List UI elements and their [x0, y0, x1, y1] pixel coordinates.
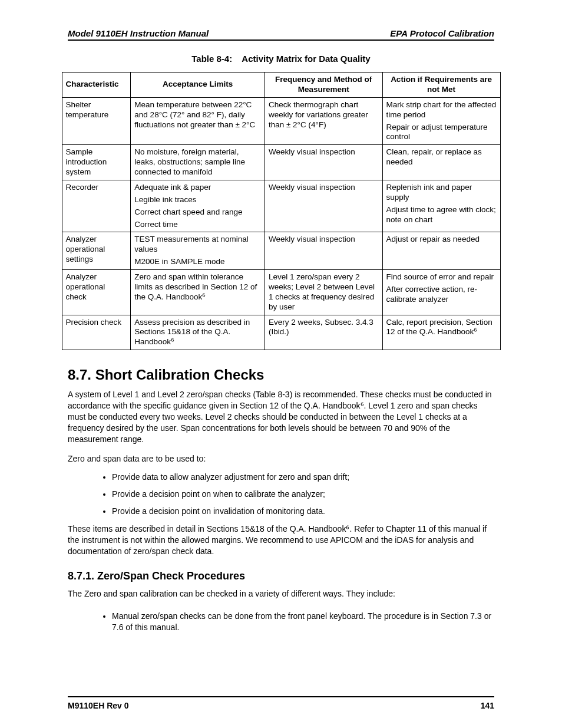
cell-text: Mean temperature between 22°C and 28°C (… [134, 100, 261, 130]
cell-text: Calc, report precision, Section 12 of th… [386, 318, 497, 338]
list-item: Manual zero/span checks can be done from… [112, 608, 494, 636]
paragraph: The Zero and span calibration can be che… [68, 588, 494, 599]
cell-text: Adequate ink & paper [134, 183, 261, 193]
cell-characteristic: Recorder [62, 180, 131, 232]
cell-text: No moisture, foreign material, leaks, ob… [134, 147, 261, 177]
cell-text: Weekly visual inspection [269, 147, 379, 157]
cell-acceptance: Zero and span within tolerance limits as… [131, 270, 265, 315]
cell-text: Correct time [134, 220, 261, 230]
cell-action: Replenish ink and paper supplyAdjust tim… [382, 180, 500, 232]
col-header-frequency: Frequency and Method of Measurement [265, 73, 382, 98]
paragraph: These items are described in detail in S… [68, 523, 494, 557]
paragraph-lead: Zero and span data are to be used to: [68, 453, 494, 465]
cell-text: Correct chart speed and range [134, 207, 261, 218]
cell-text: Check thermograph chart weekly for varia… [269, 100, 379, 130]
list-item: Provide a decision point on invalidation… [112, 503, 494, 520]
content-area: 8.7. Short Calibration Checks A system o… [35, 361, 527, 639]
cell-frequency: Weekly visual inspection [265, 232, 382, 270]
cell-text: Adjust time to agree with clock; note on… [386, 205, 497, 225]
col-header-characteristic: Characteristic [62, 73, 131, 98]
cell-frequency: Weekly visual inspection [265, 145, 382, 180]
cell-text: Zero and span within tolerance limits as… [134, 272, 261, 302]
table-caption-label: Table 8-4: [191, 54, 232, 64]
footer-right: 141 [481, 701, 494, 710]
cell-acceptance: Assess precision as described in Section… [131, 315, 265, 350]
table-row: Analyzer operational settingsTEST measur… [62, 232, 500, 270]
cell-text: Find source of error and repair [386, 272, 497, 282]
cell-action: Clean, repair, or replace as needed [382, 145, 500, 180]
cell-acceptance: TEST measurements at nominal valuesM200E… [131, 232, 265, 270]
col-header-acceptance: Acceptance Limits [131, 73, 265, 98]
cell-text: Weekly visual inspection [269, 235, 379, 245]
header-separator [68, 39, 494, 41]
cell-frequency: Check thermograph chart weekly for varia… [265, 97, 382, 145]
table-caption-title: Activity Matrix for Data Quality [242, 54, 370, 64]
cell-action: Mark strip chart for the affected time p… [382, 97, 500, 145]
cell-text: TEST measurements at nominal values [134, 235, 261, 255]
cell-action: Find source of error and repairAfter cor… [382, 270, 500, 315]
cell-acceptance: No moisture, foreign material, leaks, ob… [131, 145, 265, 180]
cell-characteristic: Precision check [62, 315, 131, 350]
list-item: Provide data to allow analyzer adjustmen… [112, 469, 494, 486]
cell-text: Weekly visual inspection [269, 183, 379, 193]
cell-text: Level 1 zero/span every 2 weeks; Level 2… [269, 272, 379, 312]
document-page: Model 9110EH Instruction Manual EPA Prot… [0, 0, 562, 728]
page-header: Model 9110EH Instruction Manual EPA Prot… [35, 28, 527, 39]
cell-text: Legible ink traces [134, 195, 261, 205]
bullet-list: Manual zero/span checks can be done from… [68, 608, 494, 636]
cell-text: Replenish ink and paper supply [386, 183, 497, 203]
section-heading: 8.7. Short Calibration Checks [68, 367, 494, 383]
table-row: Analyzer operational checkZero and span … [62, 270, 500, 315]
cell-text: Mark strip chart for the affected time p… [386, 100, 497, 120]
header-right: EPA Protocol Calibration [390, 28, 494, 38]
cell-characteristic: Analyzer operational check [62, 270, 131, 315]
table-header-row: Characteristic Acceptance Limits Frequen… [62, 73, 500, 98]
cell-text: M200E in SAMPLE mode [134, 257, 261, 267]
table-row: Shelter temperatureMean temperature betw… [62, 97, 500, 145]
footer-left: M9110EH Rev 0 [68, 701, 129, 710]
cell-text: Adjust or repair as needed [386, 235, 497, 245]
cell-action: Adjust or repair as needed [382, 232, 500, 270]
col-header-action: Action if Requirements are not Met [382, 73, 500, 98]
cell-frequency: Level 1 zero/span every 2 weeks; Level 2… [265, 270, 382, 315]
cell-text: After corrective action, re-calibrate an… [386, 285, 497, 305]
cell-action: Calc, report precision, Section 12 of th… [382, 315, 500, 350]
bullet-list: Provide data to allow analyzer adjustmen… [68, 469, 494, 520]
footer-separator [68, 696, 494, 697]
cell-characteristic: Shelter temperature [62, 97, 131, 145]
cell-acceptance: Mean temperature between 22°C and 28°C (… [131, 97, 265, 145]
cell-characteristic: Analyzer operational settings [62, 232, 131, 270]
cell-acceptance: Adequate ink & paperLegible ink tracesCo… [131, 180, 265, 232]
cell-characteristic: Sample introduction system [62, 145, 131, 180]
table-body: Shelter temperatureMean temperature betw… [62, 97, 500, 350]
subsection-heading: 8.7.1. Zero/Span Check Procedures [68, 570, 494, 582]
table-row: RecorderAdequate ink & paperLegible ink … [62, 180, 500, 232]
cell-frequency: Every 2 weeks, Subsec. 3.4.3 (Ibid.) [265, 315, 382, 350]
header-left: Model 9110EH Instruction Manual [68, 28, 209, 38]
list-item: Provide a decision point on when to cali… [112, 486, 494, 503]
cell-text: Assess precision as described in Section… [134, 318, 261, 348]
cell-text: Repair or adjust temperature control [386, 123, 497, 143]
cell-text: Clean, repair, or replace as needed [386, 147, 497, 167]
activity-matrix-table: Characteristic Acceptance Limits Frequen… [62, 72, 501, 350]
page-footer: M9110EH Rev 0 141 [35, 696, 527, 710]
table-row: Precision checkAssess precision as descr… [62, 315, 500, 350]
cell-text: Every 2 weeks, Subsec. 3.4.3 (Ibid.) [269, 318, 379, 338]
paragraph: A system of Level 1 and Level 2 zero/spa… [68, 389, 494, 444]
cell-frequency: Weekly visual inspection [265, 180, 382, 232]
table-row: Sample introduction systemNo moisture, f… [62, 145, 500, 180]
table-caption: Table 8-4: Activity Matrix for Data Qual… [35, 54, 527, 64]
